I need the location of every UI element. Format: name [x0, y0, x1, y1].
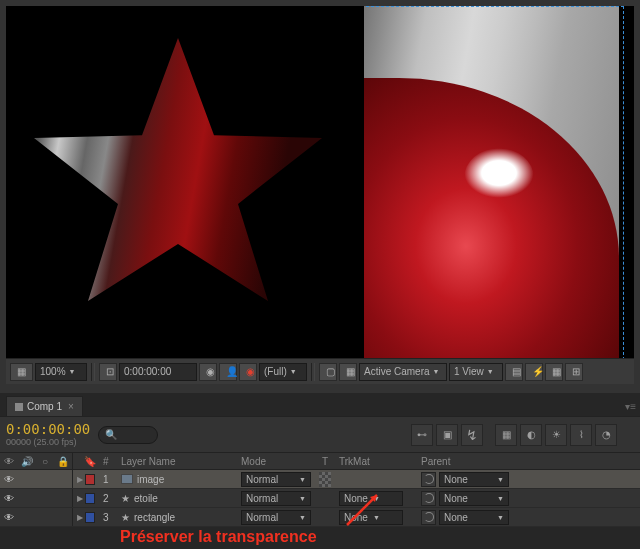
label-header-icon[interactable]: 🔖: [81, 453, 99, 469]
comp-mini-flowchart-icon[interactable]: ⊷: [411, 424, 433, 446]
graph-editor-icon[interactable]: ⌇: [570, 424, 592, 446]
layer-row[interactable]: 👁▶2★etoileNormal▼None▼None▼: [0, 489, 640, 508]
layer-name: rectangle: [134, 512, 175, 523]
video-header-icon[interactable]: 👁: [0, 453, 18, 469]
color-label[interactable]: [85, 474, 95, 485]
magnification-dropdown[interactable]: 100%▼: [35, 363, 87, 381]
views-dropdown[interactable]: 1 View▼: [449, 363, 503, 381]
column-headers: 👁 🔊 ○ 🔒 🔖 # Layer Name Mode T TrkMat Par…: [0, 452, 640, 470]
channel-icon[interactable]: ◉: [239, 363, 257, 381]
resolution-dropdown[interactable]: (Full)▼: [259, 363, 307, 381]
mode-header[interactable]: Mode: [237, 453, 315, 469]
trkmat-dropdown[interactable]: None▼: [339, 491, 403, 506]
hide-shy-icon[interactable]: ↯: [461, 424, 483, 446]
visibility-toggle[interactable]: 👁: [4, 493, 14, 504]
frame-rate-display: 00000 (25.00 fps): [6, 437, 90, 447]
timecode-display[interactable]: 0:00:00:00: [119, 363, 197, 381]
trkmat-header[interactable]: TrkMat: [335, 453, 407, 469]
timeline-header: 0:00:00:00 00000 (25.00 fps) 🔍 ⊷ ▣ ↯ ▦ ◐…: [0, 416, 640, 452]
parent-dropdown[interactable]: None▼: [439, 510, 509, 525]
comp-flowchart-icon[interactable]: ⊞: [565, 363, 583, 381]
timeline-tabs: Comp 1 × ▾≡: [0, 393, 640, 416]
parent-dropdown[interactable]: None▼: [439, 491, 509, 506]
blend-mode-dropdown[interactable]: Normal▼: [241, 472, 311, 487]
trkmat-dropdown[interactable]: None▼: [339, 510, 403, 525]
layer-index: 3: [99, 508, 117, 526]
viewer-grid-icon[interactable]: ⊡: [99, 363, 117, 381]
timeline-icon[interactable]: ▦: [545, 363, 563, 381]
always-preview-icon[interactable]: ▦: [10, 363, 33, 381]
comp-tab[interactable]: Comp 1 ×: [6, 396, 83, 416]
fast-previews-icon[interactable]: ⚡: [525, 363, 543, 381]
preview-canvas[interactable]: [6, 6, 634, 358]
motion-blur-icon[interactable]: ◐: [520, 424, 542, 446]
layer-name: image: [137, 474, 164, 485]
layer-row[interactable]: 👁▶1imageNormal▼None▼: [0, 470, 640, 489]
preserve-transparency-header[interactable]: T: [315, 453, 335, 469]
blend-mode-dropdown[interactable]: Normal▼: [241, 510, 311, 525]
snapshot-icon[interactable]: ◉: [199, 363, 217, 381]
preserve-transparency-toggle[interactable]: [319, 472, 331, 487]
auto-keyframe-icon[interactable]: ◔: [595, 424, 617, 446]
annotation-text: Préserver la transparence: [120, 528, 317, 546]
star-layer-preview: [28, 38, 328, 324]
show-snapshot-icon[interactable]: 👤: [219, 363, 237, 381]
visibility-toggle[interactable]: 👁: [4, 474, 14, 485]
selection-outline: [622, 6, 624, 358]
current-time[interactable]: 0:00:00:00: [6, 421, 90, 437]
viewer-toolbar: ▦ 100%▼ ⊡ 0:00:00:00 ◉ 👤 ◉ (Full)▼ ▢ ▦ A…: [6, 358, 634, 384]
color-label: [15, 403, 23, 411]
parent-header[interactable]: Parent: [417, 453, 507, 469]
camera-dropdown[interactable]: Active Camera▼: [359, 363, 447, 381]
image-layer-icon: [121, 474, 133, 484]
shape-layer-icon: ★: [121, 493, 130, 504]
brainstorm-icon[interactable]: ☀: [545, 424, 567, 446]
color-label[interactable]: [85, 493, 95, 504]
pixel-aspect-icon[interactable]: ▤: [505, 363, 523, 381]
transparency-grid-icon[interactable]: ▦: [339, 363, 357, 381]
draft-3d-icon[interactable]: ▣: [436, 424, 458, 446]
shape-layer-icon: ★: [121, 512, 130, 523]
specular-highlight: [464, 148, 534, 198]
layer-row[interactable]: 👁▶3★rectangleNormal▼None▼None▼: [0, 508, 640, 527]
solo-header-icon[interactable]: ○: [36, 453, 54, 469]
blend-mode-dropdown[interactable]: Normal▼: [241, 491, 311, 506]
image-content: [364, 78, 619, 358]
lock-header-icon[interactable]: 🔒: [54, 453, 72, 469]
layer-index: 1: [99, 470, 117, 488]
composition-viewer: ▦ 100%▼ ⊡ 0:00:00:00 ◉ 👤 ◉ (Full)▼ ▢ ▦ A…: [0, 0, 640, 393]
search-input[interactable]: 🔍: [98, 426, 158, 444]
selection-outline: [366, 6, 624, 8]
parent-pickwhip-icon[interactable]: [421, 491, 436, 506]
frame-blend-icon[interactable]: ▦: [495, 424, 517, 446]
close-icon[interactable]: ×: [68, 401, 74, 412]
roi-icon[interactable]: ▢: [319, 363, 337, 381]
tab-label: Comp 1: [27, 401, 62, 412]
parent-dropdown[interactable]: None▼: [439, 472, 509, 487]
layer-name-header[interactable]: Layer Name: [117, 453, 237, 469]
rectangle-layer-preview: [364, 6, 619, 358]
visibility-toggle[interactable]: 👁: [4, 512, 14, 523]
layer-index: 2: [99, 489, 117, 507]
color-label[interactable]: [85, 512, 95, 523]
panel-menu-icon[interactable]: ▾≡: [621, 397, 640, 416]
parent-pickwhip-icon[interactable]: [421, 472, 436, 487]
parent-pickwhip-icon[interactable]: [421, 510, 436, 525]
layer-name: etoile: [134, 493, 158, 504]
audio-header-icon[interactable]: 🔊: [18, 453, 36, 469]
index-header[interactable]: #: [99, 453, 117, 469]
